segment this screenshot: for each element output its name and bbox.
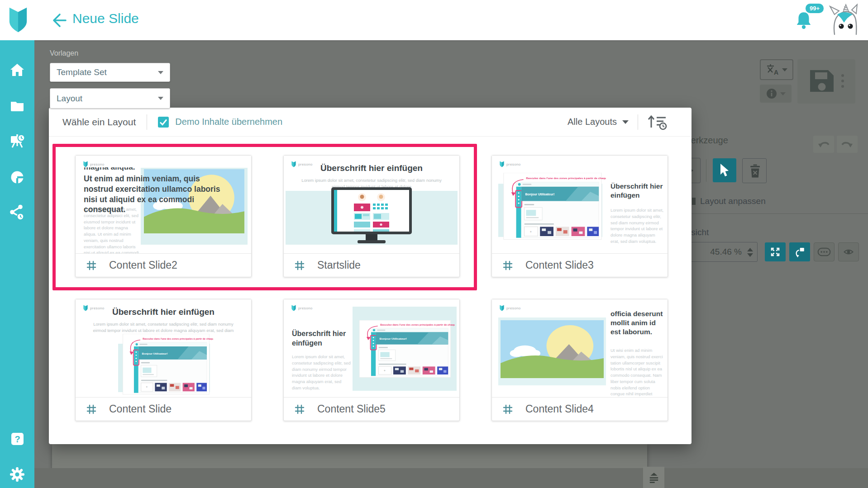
- delete-tool-button[interactable]: [742, 158, 767, 183]
- layout-grid-icon: [86, 403, 97, 415]
- thumb-heading: Überschrift hier einfügen: [284, 163, 459, 174]
- fullscreen-button[interactable]: [765, 242, 786, 261]
- modal-header: Wähle ein Layout Demo Inhalte übernehmen…: [49, 108, 692, 137]
- layout-card-startslide[interactable]: presono Überschrift hier einfügen Lorem …: [283, 155, 460, 277]
- layout-card-content-slide4[interactable]: presono officia deserunt mollit anim id …: [491, 299, 668, 421]
- visibility-button[interactable]: [838, 242, 859, 261]
- home-icon: [8, 61, 26, 79]
- expand-icon: [769, 246, 781, 258]
- layout-grid-icon: [86, 260, 97, 271]
- sidebar-item-analytics[interactable]: [8, 168, 26, 186]
- card-label: Startslide: [317, 259, 361, 271]
- cursor-icon: [719, 163, 730, 178]
- gear-icon: [8, 465, 26, 483]
- landscape-illustration: [501, 320, 604, 378]
- save-button[interactable]: [797, 59, 855, 104]
- header-divider: [147, 114, 147, 130]
- thumb-body-text: Lorem ipsum dolor sit amet, consetetur s…: [610, 207, 664, 245]
- thumb-brand: presono: [83, 161, 105, 167]
- sidebar-item-settings[interactable]: [8, 465, 26, 483]
- chevron-down-icon: [622, 120, 629, 124]
- layout-card-content-slide5[interactable]: presono Überschrift hier einfügen Lorem …: [283, 299, 460, 421]
- toolbar-divider: [706, 159, 706, 182]
- presono-logo-small: [83, 161, 88, 167]
- layout-thumbnail: presono Überschrift hier einfügen Lorem …: [284, 156, 459, 254]
- back-arrow-icon[interactable]: [51, 12, 68, 28]
- brand-wordmark: presono: [298, 306, 313, 310]
- thumb-brand: presono: [291, 305, 313, 311]
- folder-icon: [8, 97, 26, 115]
- more-options-button[interactable]: [814, 242, 835, 261]
- card-footer: Content Slide4: [492, 398, 668, 421]
- chevron-down-icon: [158, 97, 163, 100]
- present-button[interactable]: [789, 242, 810, 261]
- app-screenshot-illustration: Basculez dans l'une des zones principale…: [118, 334, 213, 397]
- chevron-down-icon: [158, 71, 163, 74]
- layout-thumbnail: presono magna aliqua. Ut enim ad minim v…: [76, 156, 251, 254]
- redo-icon: [841, 140, 853, 149]
- sort-by-time-icon[interactable]: [647, 114, 667, 130]
- clipped-heading-line: magna aliqua.: [84, 167, 210, 173]
- page-title: Neue Slide: [72, 11, 139, 26]
- trash-delete-icon: [748, 164, 761, 178]
- zoom-value: 45.46 %: [710, 247, 742, 257]
- demo-content-label[interactable]: Demo Inhalte übernehmen: [175, 117, 282, 127]
- svg-text:+: +: [384, 369, 386, 372]
- modal-title: Wähle ein Layout: [62, 117, 136, 128]
- layout-grid-icon: [502, 403, 514, 415]
- sidebar-item-shared[interactable]: [8, 204, 26, 222]
- layout-adjust-button[interactable]: Layout anpassen: [700, 196, 766, 206]
- card-footer: Startslide: [284, 254, 459, 277]
- panel-divider: [683, 213, 868, 214]
- svg-text:?: ?: [14, 434, 20, 444]
- thumb-heading: Überschrift hier einfügen: [610, 182, 665, 200]
- undo-button[interactable]: [813, 136, 834, 153]
- monitor-illustration: [315, 187, 428, 246]
- layout-dropdown[interactable]: Layout: [50, 88, 170, 109]
- main-sidebar: ?: [0, 40, 34, 488]
- sidebar-item-presentations[interactable]: [8, 133, 26, 151]
- chevron-down-icon: [780, 92, 786, 95]
- card-label: Content Slide2: [109, 259, 177, 271]
- background-lower-area: [34, 468, 868, 488]
- sidebar-item-projects[interactable]: [8, 97, 26, 115]
- redo-button[interactable]: [837, 136, 858, 153]
- sidebar-item-home[interactable]: [8, 61, 26, 79]
- stepper-arrows-icon[interactable]: [747, 248, 753, 257]
- card-footer: Content Slide3: [492, 254, 668, 277]
- presono-logo[interactable]: [7, 6, 29, 34]
- select-tool-button[interactable]: [713, 158, 736, 182]
- layout-grid: presono magna aliqua. Ut enim ad minim v…: [75, 155, 668, 421]
- undo-icon: [818, 140, 830, 149]
- layout-picker-modal: Wähle ein Layout Demo Inhalte übernehmen…: [49, 108, 692, 444]
- layout-thumbnail: presono officia deserunt mollit anim id …: [492, 299, 668, 398]
- sidebar-item-help[interactable]: ?: [8, 430, 26, 448]
- svg-text:Bonjour Utilisateur!: Bonjour Utilisateur!: [142, 352, 168, 355]
- template-set-dropdown[interactable]: Template Set: [50, 63, 170, 82]
- app-screenshot-illustration: Basculez dans l'une des zones principale…: [354, 320, 455, 380]
- card-label: Content Slide4: [525, 403, 594, 415]
- help-icon: ?: [8, 430, 26, 448]
- more-vertical-icon: [841, 74, 844, 89]
- header-divider: [638, 114, 638, 130]
- send-to-screen-icon: [794, 246, 806, 258]
- layout-card-content-slide3[interactable]: presono Basculez dans l'une des zones pr…: [491, 155, 668, 277]
- info-icon: [766, 88, 777, 99]
- info-button[interactable]: [760, 85, 792, 103]
- layout-grid-icon: [294, 260, 305, 271]
- layout-card-content-slide2[interactable]: presono magna aliqua. Ut enim ad minim v…: [75, 155, 252, 277]
- align-tool-button[interactable]: [643, 467, 664, 488]
- svg-text:Bonjour Utilisateur!: Bonjour Utilisateur!: [380, 338, 407, 341]
- layout-grid-icon: [502, 260, 514, 271]
- demo-content-checkbox[interactable]: [158, 117, 169, 128]
- chevron-down-icon: [782, 68, 787, 71]
- brand-wordmark: presono: [90, 162, 105, 166]
- user-avatar-unicorn[interactable]: [829, 4, 859, 35]
- svg-text:Basculez dans l'une des zones: Basculez dans l'une des zones principale…: [526, 177, 606, 180]
- eye-icon: [842, 246, 855, 257]
- layout-filter-dropdown[interactable]: Alle Layouts: [568, 117, 629, 127]
- layout-card-content-slide[interactable]: presono Überschrift hier einfügen Lorem …: [75, 299, 252, 421]
- app-screenshot-illustration: Basculez dans l'une des zones principale…: [498, 173, 606, 242]
- presono-logo-small: [291, 305, 296, 311]
- language-button[interactable]: A: [760, 59, 793, 80]
